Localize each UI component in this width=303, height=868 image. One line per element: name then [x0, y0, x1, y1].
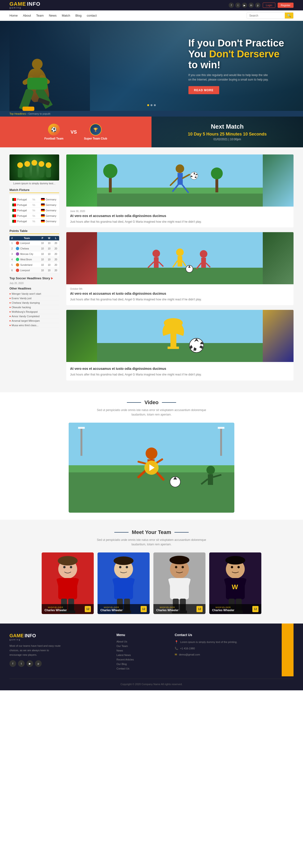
- nav-contact[interactable]: contact: [87, 14, 97, 17]
- table-row: 4 West Brom 10 10 20: [9, 257, 59, 262]
- contact-address-item: 📍 Lorem ipsum is simply dummy text of th…: [175, 640, 272, 644]
- search-form: 🔍: [247, 12, 294, 19]
- other-headlines-list: Wenger Vandy won't start Evans Vandy jus…: [9, 291, 59, 328]
- footer-link-team[interactable]: Our Team: [116, 645, 165, 647]
- site-logo: GAME INFO gaming: [9, 1, 40, 9]
- nav-home[interactable]: Home: [9, 14, 18, 17]
- runner-silhouette: [14, 28, 85, 111]
- germany-flag: [41, 198, 45, 201]
- register-button[interactable]: Register: [278, 3, 294, 8]
- svg-point-2: [32, 160, 37, 165]
- footer-logo-info: INFO: [25, 633, 36, 639]
- footer-youtube-icon[interactable]: ▶: [27, 660, 33, 667]
- footer-link-latest[interactable]: Latest News: [116, 654, 165, 656]
- footer-link-blog[interactable]: Our Blog: [116, 662, 165, 665]
- logo-info: INFO: [27, 1, 40, 7]
- hero-dot-1[interactable]: [147, 104, 149, 106]
- top-bar-right: f t ▶ in p Login Register: [229, 3, 294, 8]
- article-2-text: Just hours after that his grandma had di…: [70, 297, 290, 302]
- bullet-icon: [9, 293, 11, 294]
- svg-point-30: [176, 249, 184, 256]
- portugal-flag: [12, 198, 16, 201]
- team-section-subtitle: Sed ut perspiciatis unde omnis iste natu…: [92, 538, 211, 547]
- video-section: Video Sed ut perspiciatis unde omnis ist…: [0, 392, 303, 520]
- list-item[interactable]: Okwude hacking: [9, 305, 59, 310]
- nav-about[interactable]: About: [23, 14, 31, 17]
- fixture-row: Portugal Vs Germany: [11, 197, 57, 202]
- search-button[interactable]: 🔍: [285, 12, 293, 19]
- video-container: [69, 423, 234, 513]
- play-triangle-icon: [149, 464, 155, 471]
- article-2-svg: [66, 232, 294, 284]
- bullet-icon: [9, 298, 11, 299]
- list-item[interactable]: Amos Vandy Completed: [9, 314, 59, 319]
- fixture-row: Portugal Vs Germany: [11, 208, 57, 213]
- player-3-number: 12: [197, 606, 203, 612]
- germany-flag: [41, 209, 45, 212]
- list-item[interactable]: Wolfsburg's Reutgopst: [9, 310, 59, 314]
- footer-logo-section: GAME INFO gaming Most of our teams have …: [9, 633, 107, 672]
- hero-cta-button[interactable]: READ MORE: [189, 86, 219, 94]
- footer-link-about[interactable]: About Us: [116, 640, 165, 643]
- nav-news[interactable]: News: [49, 14, 57, 17]
- facebook-icon[interactable]: f: [229, 3, 234, 8]
- list-item[interactable]: Arsenal target Mitrovjam: [9, 319, 59, 323]
- login-button[interactable]: Login: [263, 3, 275, 8]
- svg-point-0: [17, 162, 23, 168]
- col-rank: #: [9, 236, 14, 241]
- player-2-image: Midfielder Charles Wheeler 12: [98, 553, 149, 614]
- list-item[interactable]: Chelsea Vandy dumping: [9, 301, 59, 305]
- team2-info: 🏆 Super Team Club: [84, 124, 107, 140]
- list-item[interactable]: Wenger Vandy won't start: [9, 291, 59, 296]
- player-card-1: Midfielder Charles Wheeler 12: [42, 553, 94, 614]
- player-3-image: Midfielder Charles Wheeler 12: [154, 553, 205, 614]
- footer-pinterest-icon[interactable]: p: [35, 660, 42, 667]
- fixture-row: Portugal Vs Germany: [11, 202, 57, 208]
- svg-point-87: [114, 556, 134, 565]
- svg-point-4: [46, 162, 52, 168]
- table-row: 5 Sunderland 10 10 20: [9, 262, 59, 268]
- footer-link-news[interactable]: News: [116, 649, 165, 652]
- footer-contact-title: Contact Us: [175, 633, 272, 637]
- germany-flag: [41, 204, 45, 206]
- hero-section: If you Don't Practice You Don't Derserve…: [0, 21, 303, 111]
- svg-rect-40: [97, 343, 263, 362]
- hero-dot-2[interactable]: [150, 104, 153, 106]
- player-1-name: Charles Wheeler: [44, 609, 67, 612]
- svg-point-26: [153, 250, 160, 257]
- player-2-number: 12: [141, 606, 147, 612]
- sidebar: Lorem ipsum is simply dummy test... Matc…: [9, 154, 59, 385]
- list-item[interactable]: Musa wins third class...: [9, 323, 59, 328]
- player-2-position: Midfielder: [100, 606, 123, 609]
- pinterest-icon[interactable]: p: [255, 3, 260, 8]
- video-play-button[interactable]: [144, 461, 159, 475]
- twitter-icon[interactable]: t: [235, 3, 240, 8]
- nav-blog[interactable]: Blog: [75, 14, 81, 17]
- section-line-left: [114, 532, 129, 532]
- footer-twitter-icon[interactable]: t: [18, 660, 25, 667]
- hero-dot-3[interactable]: [154, 104, 156, 106]
- list-item[interactable]: Evans Vandy just: [9, 296, 59, 301]
- svg-rect-18: [177, 173, 183, 185]
- team-photo: [9, 154, 59, 181]
- fixture-row: Portugal Vs Germany: [11, 219, 57, 224]
- headlines-date: July 20, 2020: [9, 282, 59, 284]
- player-3-info: Midfielder Charles Wheeler 12: [154, 604, 205, 614]
- video-section-subtitle: Sed ut perspiciatis unde omnis iste natu…: [92, 408, 211, 417]
- points-table: # Team P W L 1 Liverpool 10 10 20: [9, 236, 59, 273]
- breadcrumb: Top Headlines › Germany to populit: [0, 111, 303, 117]
- youtube-icon[interactable]: ▶: [242, 3, 247, 8]
- footer-link-contact[interactable]: Contact Us: [116, 667, 165, 670]
- svg-rect-61: [208, 474, 213, 485]
- hero-subtitle: If you use this site regularly and would…: [189, 73, 269, 82]
- logo-game: GAME: [9, 1, 26, 7]
- footer-facebook-icon[interactable]: f: [9, 660, 16, 667]
- search-input[interactable]: [247, 13, 285, 19]
- nav-match[interactable]: Match: [62, 14, 70, 17]
- phone-icon: 📞: [175, 647, 178, 650]
- breadcrumb-home[interactable]: Top Headlines: [9, 112, 26, 115]
- linkedin-icon[interactable]: in: [248, 3, 254, 8]
- footer-link-articles[interactable]: Recent Articles: [116, 658, 165, 661]
- svg-rect-31: [177, 256, 182, 267]
- nav-team[interactable]: Team: [36, 14, 44, 17]
